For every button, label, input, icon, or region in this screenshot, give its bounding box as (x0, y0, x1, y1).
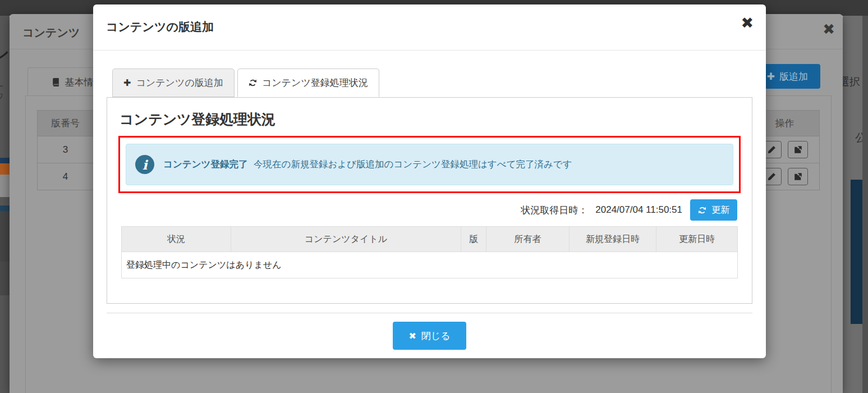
col-owner: 所有者 (486, 227, 570, 252)
col-updated-at: 更新日時 (656, 227, 738, 252)
content-detail-modal-title: コンテンツ (22, 25, 80, 40)
alert-message: 今現在の新規登録および版追加のコンテンツ登録処理はすべて完了済みです (254, 159, 572, 169)
page-thumbnail-fragment (0, 163, 10, 175)
highlight-annotation: i コンテンツ登録完了 今現在の新規登録および版追加のコンテンツ登録処理はすべて… (118, 136, 741, 193)
panel-heading: コンテンツ登録処理状況 (120, 110, 741, 129)
external-link-icon (793, 145, 802, 154)
close-icon[interactable]: ✖ (823, 21, 835, 38)
close-icon: ✖ (408, 331, 416, 341)
page-thumbnail-fragment (0, 262, 10, 295)
external-link-icon (793, 172, 802, 181)
screen: ン ーワ 選択 公 コンテンツ ✖ ✚ 版追加 基本情報 (0, 0, 868, 393)
page-thumbnail-fragment (0, 175, 10, 197)
modal-footer: ✖ 閉じる (107, 313, 752, 358)
processing-status-table: 状況 コンテンツタイトル 版 所有者 新規登録日時 更新日時 登録処理中のコンテ… (121, 226, 738, 278)
refresh-button[interactable]: 更新 (690, 199, 737, 221)
status-label: 状況取得日時： (521, 204, 587, 217)
processing-table-header-row: 状況 コンテンツタイトル 版 所有者 新規登録日時 更新日時 (122, 227, 738, 252)
modal-body: ✚ コンテンツの版追加 コンテンツ登録処理状況 コンテンツ登録処理状況 i (93, 51, 766, 358)
plus-icon: ✚ (767, 71, 775, 83)
modal-header: コンテンツの版追加 ✖ (93, 4, 766, 51)
page-right-navy-panel (851, 180, 863, 324)
book-icon (51, 77, 61, 87)
page-thumbnail-fragment (0, 158, 10, 163)
col-status: 状況 (122, 227, 231, 252)
page-left-text-fragment: ン (0, 43, 10, 66)
info-icon: i (135, 155, 154, 174)
info-alert: i コンテンツ登録完了 今現在の新規登録および版追加のコンテンツ登録処理はすべて… (126, 144, 733, 185)
close-modal-button-label: 閉じる (421, 330, 451, 342)
page-thumbnail-fragment (0, 205, 10, 211)
alert-text: コンテンツ登録完了 今現在の新規登録および版追加のコンテンツ登録処理はすべて完了… (163, 158, 572, 171)
refresh-button-label: 更新 (711, 204, 729, 216)
col-content-title: コンテンツタイトル (231, 227, 461, 252)
add-version-label: 版追加 (779, 70, 808, 83)
tab-bar: ✚ コンテンツの版追加 コンテンツ登録処理状況 (107, 68, 752, 97)
empty-message-cell: 登録処理中のコンテンツはありません (122, 252, 738, 278)
col-registered-at: 新規登録日時 (570, 227, 656, 252)
table-row: 登録処理中のコンテンツはありません (122, 252, 738, 278)
close-modal-button[interactable]: ✖ 閉じる (393, 322, 466, 350)
version-number-header: 版番号 (38, 111, 94, 136)
refresh-icon (698, 206, 706, 214)
page-left-strip: ン ーワ (0, 16, 10, 393)
open-external-button[interactable] (788, 141, 808, 158)
alert-title: コンテンツ登録完了 (163, 159, 247, 169)
page-right-edge (862, 16, 868, 393)
page-thumbnail-fragment (0, 211, 10, 262)
tab-registration-status[interactable]: コンテンツ登録処理状況 (237, 68, 379, 97)
registration-status-panel: コンテンツ登録処理状況 i コンテンツ登録完了 今現在の新規登録および版追加のコ… (107, 97, 752, 304)
version-number-cell: 4 (38, 163, 94, 190)
tab-registration-status-label: コンテンツ登録処理状況 (262, 76, 368, 89)
pencil-icon (767, 145, 776, 154)
col-version: 版 (461, 227, 486, 252)
status-datetime: 2024/07/04 11:50:51 (595, 204, 682, 216)
status-row: 状況取得日時： 2024/07/04 11:50:51 更新 (118, 199, 737, 221)
plus-icon: ✚ (123, 77, 131, 88)
tab-add-version-label: コンテンツの版追加 (136, 76, 223, 89)
refresh-icon (249, 79, 257, 87)
add-version-modal: コンテンツの版追加 ✖ ✚ コンテンツの版追加 コンテンツ登録処理状況 コンテン… (93, 4, 766, 358)
version-number-cell: 3 (38, 136, 94, 163)
page-left-text-fragment-small: ーワ (0, 82, 10, 101)
pencil-icon (767, 172, 776, 181)
tab-add-version[interactable]: ✚ コンテンツの版追加 (112, 68, 235, 97)
open-external-button[interactable] (788, 168, 808, 185)
modal-title: コンテンツの版追加 (106, 19, 214, 35)
close-icon[interactable]: ✖ (741, 16, 754, 31)
